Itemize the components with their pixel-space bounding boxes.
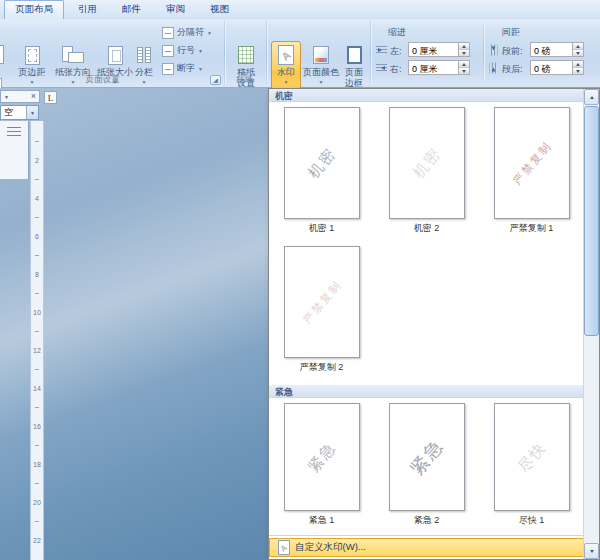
watermark-option[interactable]: 紧急紧急 1: [269, 398, 374, 533]
document-canvas: ▼ × L 空 ▼ 246810121416182022: [0, 88, 268, 560]
spin-down-button[interactable]: [573, 49, 583, 56]
scroll-down-button[interactable]: [584, 543, 599, 559]
chevron-down-icon: ▼: [26, 106, 38, 119]
spin-down-button[interactable]: [459, 67, 469, 74]
gallery-content: 机密 机密机密 1机密机密 2严禁复制严禁复制 1 严禁复制严禁复制 2 紧急 …: [269, 89, 584, 559]
gallery-row: 严禁复制严禁复制 2: [269, 241, 584, 385]
spin-down-button[interactable]: [573, 67, 583, 74]
watermark-option[interactable]: 严禁复制严禁复制 2: [269, 241, 374, 385]
watermark-option[interactable]: 机密机密 1: [269, 102, 374, 241]
indent-right-icon: [376, 63, 387, 73]
watermark-text: 紧急: [284, 403, 360, 511]
spinner: [458, 61, 469, 74]
spacing-before-field[interactable]: 0 磅: [530, 42, 584, 57]
text-direction-icon: [0, 43, 4, 67]
page-borders-icon: [347, 43, 362, 67]
vertical-ruler-scale: 246810121416182022: [31, 132, 43, 550]
watermark-preview: 机密: [389, 107, 465, 219]
watermark-option[interactable]: 紧急紧急 2: [374, 398, 479, 533]
panel-menu-button[interactable]: ▼: [4, 94, 9, 100]
tab-review[interactable]: 审阅: [155, 0, 196, 19]
watermark-option-label: 尽快 1: [479, 514, 584, 527]
watermark-option[interactable]: 尽快尽快 1: [479, 398, 584, 533]
ribbon-tab-bar: 页面布局 引用 邮件 审阅 视图: [0, 0, 600, 19]
hyphenation-icon: [162, 63, 174, 75]
spacing-section-label: 间距: [502, 26, 520, 39]
watermark-text: 严禁复制: [284, 246, 360, 358]
watermark-text: 机密: [284, 107, 360, 219]
watermark-preview: 严禁复制: [494, 107, 570, 219]
watermark-option[interactable]: 机密机密 2: [374, 102, 479, 241]
spacing-after-label: 段后:: [502, 63, 523, 76]
watermark-gallery-dropdown: 机密 机密机密 1机密机密 2严禁复制严禁复制 1 严禁复制严禁复制 2 紧急 …: [268, 88, 600, 560]
chevron-down-icon: ▼: [207, 30, 212, 36]
chevron-down-icon: ▼: [319, 79, 324, 85]
watermark-option-label: 紧急 2: [374, 514, 479, 527]
scroll-up-button[interactable]: [584, 89, 599, 105]
indent-right-label: 右:: [390, 63, 402, 76]
watermark-preview: 紧急: [389, 403, 465, 511]
watermark-option-label: 严禁复制 1: [479, 222, 584, 235]
watermark-option[interactable]: 严禁复制严禁复制 1: [479, 102, 584, 241]
spacing-after-icon: [489, 63, 499, 74]
breaks-button[interactable]: 分隔符 ▼: [160, 24, 222, 41]
line-numbers-icon: [162, 45, 174, 57]
line-numbers-button[interactable]: 行号 ▼: [160, 42, 222, 59]
chevron-down-icon: ▼: [284, 79, 289, 85]
watermark-option-label: 机密 2: [374, 222, 479, 235]
tab-references[interactable]: 引用: [67, 0, 108, 19]
watermark-text: 严禁复制: [494, 107, 570, 219]
tab-page-layout[interactable]: 页面布局: [4, 0, 64, 19]
style-combo[interactable]: 空 ▼: [0, 105, 39, 120]
ribbon: 页边距 ▼ 纸张方向 ▼ 纸张大小 ▼ 分栏 ▼ 分隔符 ▼ 行号 ▼ 断字 ▼…: [0, 19, 600, 88]
watermark-option-label: 紧急 1: [269, 514, 374, 527]
menu-separator: [269, 535, 584, 536]
side-pane-strip: [0, 121, 29, 179]
watermark-preview: 紧急: [284, 403, 360, 511]
gallery-section-urgent: 紧急: [269, 385, 584, 398]
indent-left-field[interactable]: 0 厘米: [408, 42, 470, 57]
watermark-option-label: 机密 1: [269, 222, 374, 235]
scrollbar-thumb[interactable]: [584, 106, 599, 336]
watermark-option-label: 严禁复制 2: [269, 361, 374, 374]
tab-view[interactable]: 视图: [199, 0, 240, 19]
group-separator: [370, 21, 371, 85]
page-color-icon: [313, 43, 329, 67]
custom-watermark-menu-item[interactable]: A 自定义水印(W)...: [269, 538, 584, 557]
outline-icon: [7, 127, 21, 138]
orientation-icon: [62, 43, 84, 67]
group-label-manuscript: 稿纸: [224, 74, 266, 86]
vertical-ruler: 246810121416182022: [30, 121, 44, 560]
margins-icon: [25, 43, 40, 67]
spinner: [572, 43, 583, 56]
indent-right-field[interactable]: 0 厘米: [408, 60, 470, 75]
indent-section-label: 缩进: [388, 26, 406, 39]
page-setup-dialog-launcher[interactable]: ◢: [210, 75, 221, 85]
watermark-text: 机密: [389, 107, 465, 219]
spacing-before-label: 段前:: [502, 45, 523, 58]
chevron-down-icon: ▼: [198, 66, 203, 72]
columns-icon: [137, 43, 151, 67]
watermark-preview: 尽快: [494, 403, 570, 511]
grid-paper-icon: [238, 43, 254, 67]
spacing-after-field[interactable]: 0 磅: [530, 60, 584, 75]
chevron-down-icon: ▼: [198, 48, 203, 54]
group-label-page-setup: 页面设置: [0, 74, 205, 86]
paper-size-icon: [108, 43, 123, 67]
group-separator: [266, 21, 267, 85]
watermark-text: 紧急: [389, 403, 465, 511]
gallery-row: 紧急紧急 1紧急紧急 2尽快尽快 1: [269, 398, 584, 533]
tab-mailings[interactable]: 邮件: [111, 0, 152, 19]
gallery-scrollbar[interactable]: [583, 89, 599, 559]
watermark-text: 尽快: [494, 403, 570, 511]
spinner: [458, 43, 469, 56]
watermark-preview: 严禁复制: [284, 246, 360, 358]
tab-stop-selector[interactable]: L: [44, 91, 57, 104]
watermark-preview: 机密: [284, 107, 360, 219]
spin-down-button[interactable]: [459, 49, 469, 56]
gallery-row: 机密机密 1机密机密 2严禁复制严禁复制 1: [269, 102, 584, 241]
watermark-icon: A: [278, 540, 290, 555]
group-separator: [483, 25, 484, 79]
close-icon[interactable]: ×: [31, 92, 36, 101]
gallery-section-confidential: 机密: [269, 89, 584, 102]
